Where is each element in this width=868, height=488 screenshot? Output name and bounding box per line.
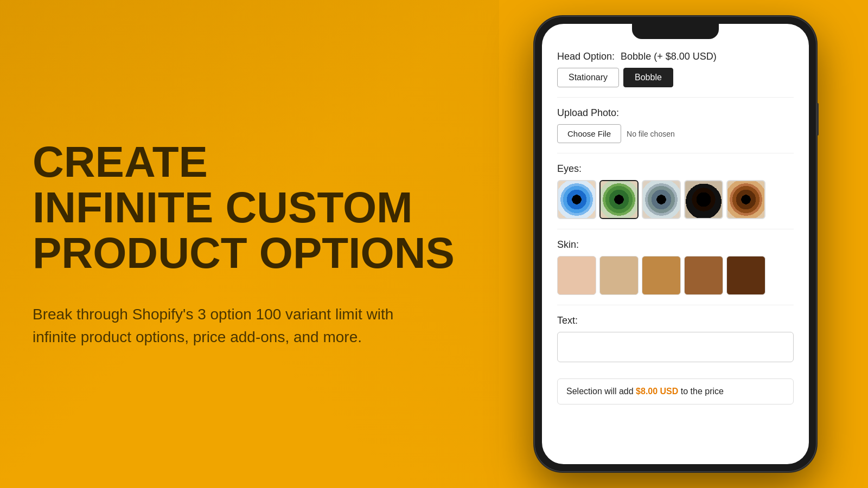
divider-4	[557, 305, 794, 305]
head-option-label: Head Option: Bobble (+ $8.00 USD)	[557, 51, 794, 62]
text-option-group: Text:	[557, 315, 794, 362]
divider-2	[557, 153, 794, 153]
skin-swatch-1[interactable]	[557, 256, 596, 295]
text-label: Text:	[557, 315, 794, 326]
upload-photo-label: Upload Photo:	[557, 107, 794, 119]
upload-photo-group: Upload Photo: Choose File No file chosen	[557, 107, 794, 143]
head-option-group: Head Option: Bobble (+ $8.00 USD) Statio…	[557, 51, 794, 87]
divider-1	[557, 97, 794, 98]
head-option-value-text: Bobble (+ $8.00 USD)	[621, 51, 717, 62]
eye-swatch-dark[interactable]	[684, 180, 723, 219]
eye-swatch-blue[interactable]	[557, 180, 596, 219]
file-upload-row: Choose File No file chosen	[557, 124, 794, 143]
skin-swatch-row	[557, 256, 794, 295]
skin-swatch-4[interactable]	[684, 256, 723, 295]
hero-subtitle: Break through Shopify's 3 option 100 var…	[33, 303, 401, 349]
head-option-label-text: Head Option:	[557, 51, 615, 62]
stationary-button[interactable]: Stationary	[557, 68, 619, 87]
bobble-button[interactable]: Bobble	[623, 68, 673, 87]
price-value: $8.00 USD	[636, 387, 678, 396]
skin-label: Skin:	[557, 239, 794, 251]
title-line1: CREATE	[33, 138, 208, 186]
divider-3	[557, 229, 794, 229]
skin-swatch-2[interactable]	[599, 256, 639, 295]
price-notice-suffix: to the price	[678, 387, 724, 396]
price-notice: Selection will add $8.00 USD to the pric…	[557, 378, 794, 404]
title-line3: PRODUCT OPTIONS	[33, 229, 455, 277]
phone-mockup: Head Option: Bobble (+ $8.00 USD) Statio…	[534, 16, 816, 472]
price-notice-prefix: Selection will add	[566, 387, 636, 396]
skin-swatch-5[interactable]	[726, 256, 765, 295]
phone-side-button	[816, 103, 819, 136]
hero-title: CREATE INFINITE CUSTOM PRODUCT OPTIONS	[33, 139, 467, 276]
eyes-label: Eyes:	[557, 163, 794, 175]
eye-swatch-green[interactable]	[599, 180, 639, 219]
eye-swatch-grey[interactable]	[642, 180, 681, 219]
text-input[interactable]	[557, 332, 794, 362]
eyes-swatch-row	[557, 180, 794, 219]
eye-swatch-brown[interactable]	[726, 180, 765, 219]
left-panel: CREATE INFINITE CUSTOM PRODUCT OPTIONS B…	[0, 0, 499, 488]
phone-notch	[632, 24, 719, 39]
title-line2: INFINITE CUSTOM	[33, 183, 413, 232]
phone-screen: Head Option: Bobble (+ $8.00 USD) Statio…	[542, 24, 809, 464]
skin-swatch-3[interactable]	[642, 256, 681, 295]
eyes-option-group: Eyes:	[557, 163, 794, 219]
file-name-label: No file chosen	[627, 130, 675, 138]
choose-file-button[interactable]: Choose File	[557, 124, 621, 143]
skin-option-group: Skin:	[557, 239, 794, 295]
right-panel: Head Option: Bobble (+ $8.00 USD) Statio…	[499, 0, 868, 488]
head-option-buttons: Stationary Bobble	[557, 68, 794, 87]
